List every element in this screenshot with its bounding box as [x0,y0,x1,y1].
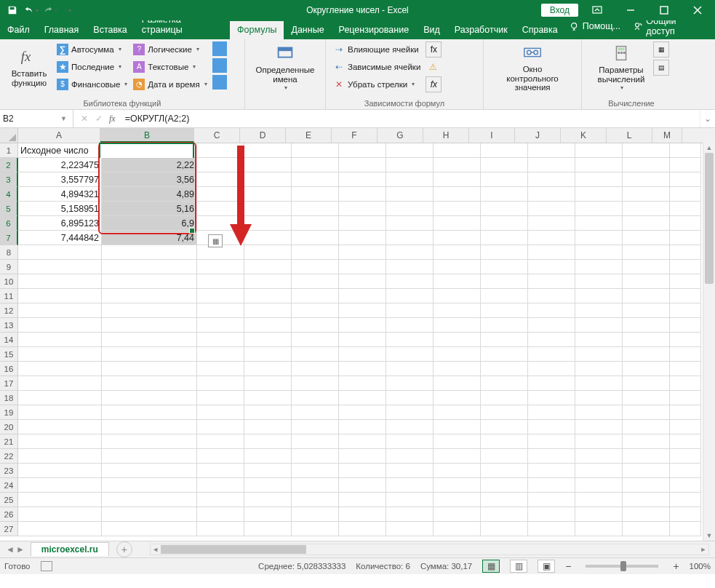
cell[interactable] [18,289,102,303]
cell[interactable] [434,391,481,405]
cell[interactable] [670,347,701,362]
cell[interactable] [434,420,481,434]
cell[interactable] [339,420,386,434]
cell[interactable] [292,434,339,449]
cell[interactable] [434,478,481,493]
cell[interactable] [481,449,528,464]
cell[interactable] [292,333,339,347]
cell[interactable] [623,493,670,507]
datetime-button[interactable]: ◔Дата и время▾ [132,76,208,92]
cell[interactable] [339,464,386,478]
trace-precedents-button[interactable]: ⇢Влияющие ячейки [332,41,422,57]
cell[interactable] [481,405,528,420]
cell[interactable]: 6,895123 [18,216,102,231]
row-header[interactable]: 20 [0,420,18,434]
row-header[interactable]: 18 [0,391,18,405]
cell[interactable] [575,187,623,202]
cell[interactable] [339,202,386,216]
new-sheet-button[interactable]: + [116,541,132,557]
calculate-sheet-icon[interactable]: ▤ [653,60,669,76]
cell[interactable] [197,478,244,493]
cell[interactable] [528,172,575,187]
cell[interactable] [528,202,575,216]
cell[interactable] [670,522,701,536]
cell[interactable] [386,420,434,434]
cell[interactable] [197,493,244,507]
cell[interactable] [670,478,701,493]
scroll-left-icon[interactable]: ◄ [151,546,161,553]
cell[interactable] [197,434,244,449]
cell[interactable] [623,289,670,303]
cell[interactable] [528,362,575,376]
cell[interactable] [623,260,670,274]
cell[interactable] [481,216,528,231]
cell[interactable] [623,362,670,376]
column-header[interactable]: M [652,128,682,143]
cell[interactable]: Округленное число [102,143,197,158]
row-header[interactable]: 6 [0,216,18,231]
tab-рецензирование[interactable]: Рецензирование [332,21,417,39]
cell[interactable] [339,347,386,362]
cell[interactable] [575,143,623,158]
row-header[interactable]: 17 [0,376,18,391]
cell[interactable] [102,245,197,260]
cell[interactable] [292,143,339,158]
cell[interactable] [481,172,528,187]
cell[interactable] [434,493,481,507]
row-header[interactable]: 19 [0,405,18,420]
cell[interactable] [575,405,623,420]
cell[interactable] [102,405,197,420]
cell[interactable] [575,260,623,274]
cell[interactable] [292,202,339,216]
cell[interactable] [339,260,386,274]
cell[interactable] [670,318,701,333]
cell[interactable] [670,231,701,245]
defined-names-button[interactable]: Определенные имена▾ [262,41,308,93]
scroll-right-icon[interactable]: ► [698,546,708,553]
column-header[interactable]: I [469,128,515,143]
cell[interactable] [528,434,575,449]
column-header[interactable]: A [18,128,100,143]
cell[interactable] [670,376,701,391]
cell[interactable] [292,507,339,522]
cell[interactable] [102,289,197,303]
row-header[interactable]: 1 [0,143,18,158]
cell[interactable] [386,449,434,464]
cell[interactable]: 6,9 [102,216,197,231]
column-header[interactable]: G [378,128,423,143]
cell[interactable] [623,303,670,318]
cell[interactable] [434,318,481,333]
cell[interactable] [18,391,102,405]
cell[interactable] [670,202,701,216]
column-header[interactable]: B [100,128,194,143]
cell[interactable] [292,158,339,172]
cell[interactable] [575,493,623,507]
cell[interactable] [18,333,102,347]
cell[interactable] [481,493,528,507]
cell[interactable] [339,143,386,158]
cell[interactable] [434,289,481,303]
row-header[interactable]: 26 [0,507,18,522]
zoom-in-icon[interactable]: + [673,560,679,572]
financial-button[interactable]: $Финансовые▾ [55,76,129,92]
macro-record-icon[interactable] [41,561,52,571]
cell[interactable] [292,464,339,478]
cell[interactable] [197,333,244,347]
cell[interactable] [434,216,481,231]
cell[interactable] [623,143,670,158]
login-button[interactable]: Вход [541,4,578,17]
cell[interactable] [386,405,434,420]
cell[interactable] [386,362,434,376]
cell[interactable] [292,187,339,202]
cell[interactable] [386,245,434,260]
cell[interactable] [197,507,244,522]
row-header[interactable]: 21 [0,434,18,449]
cell[interactable] [292,274,339,289]
cell[interactable] [102,434,197,449]
watch-window-button[interactable]: Окно контрольного значения [509,41,556,93]
cell[interactable] [339,289,386,303]
cell[interactable] [670,333,701,347]
cell[interactable] [292,347,339,362]
cell[interactable] [434,376,481,391]
cell[interactable] [244,420,292,434]
